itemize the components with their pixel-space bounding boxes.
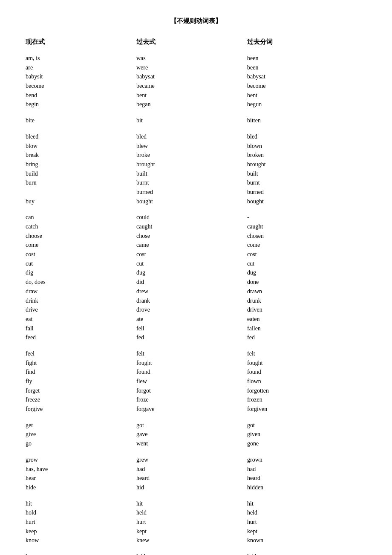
cell-participle: begun [247, 100, 358, 109]
table-row: bendbentbent [26, 91, 366, 100]
cell-present: are [26, 63, 136, 72]
cell-past: hurt [136, 517, 247, 527]
cell-past: brought [136, 160, 247, 169]
table-row: buyboughtbought [26, 197, 366, 206]
cell-past: was [136, 54, 247, 63]
cell-participle: got [247, 421, 358, 430]
page-title: 【不规则动词表】 [26, 17, 366, 25]
cell-past: fell [136, 324, 247, 333]
cell-past: fought [136, 358, 247, 368]
cell-present: bend [26, 91, 136, 100]
cell-participle: drunk [247, 296, 358, 306]
cell-past: fed [136, 333, 247, 342]
cell-past: gave [136, 430, 247, 439]
cell-present: bite [26, 116, 136, 125]
cell-past: forgot [136, 386, 247, 396]
cell-present: burn [26, 178, 136, 188]
cell-participle: cost [247, 250, 358, 259]
cell-present: buy [26, 197, 136, 206]
cell-present: blow [26, 142, 136, 151]
verb-group: getgotgotgivegavegivengowentgone [26, 421, 366, 448]
cell-past: began [136, 100, 247, 109]
verb-group: cancould-catchcaughtcaughtchoosechosecho… [26, 213, 366, 342]
table-row: blowblewblown [26, 142, 366, 151]
cell-present: cost [26, 250, 136, 259]
cell-past: could [136, 213, 247, 222]
cell-present: freeze [26, 395, 136, 405]
table-row: breakbrokebroken [26, 150, 366, 160]
cell-past: babysat [136, 72, 247, 81]
table-row: drawdrewdrawn [26, 287, 366, 296]
header-participle: 过去分词 [247, 38, 358, 46]
table-row: bleedbledbled [26, 132, 366, 142]
cell-past: hit [136, 499, 247, 509]
verb-group: laylaidlaid [26, 552, 366, 555]
cell-past: hid [136, 483, 247, 492]
table-row: feedfedfed [26, 333, 366, 342]
cell-participle: driven [247, 305, 358, 315]
cell-past: became [136, 81, 247, 91]
table-row: forgiveforgaveforgiven [26, 405, 366, 414]
cell-participle: kept [247, 527, 358, 536]
cell-participle: given [247, 430, 358, 439]
verb-group: am, iswasbeenarewerebeenbabysitbabysatba… [26, 54, 366, 109]
table-row: drinkdrankdrunk [26, 296, 366, 306]
cell-past: bit [136, 116, 247, 125]
header-present: 现在式 [26, 38, 136, 46]
header-past: 过去式 [136, 38, 247, 46]
cell-past: laid [136, 552, 247, 555]
table-row: drivedrovedriven [26, 305, 366, 315]
cell-participle: burned [247, 188, 358, 197]
cell-present: know [26, 536, 136, 545]
cell-past: dug [136, 268, 247, 278]
table-row: burnburntburnt [26, 178, 366, 188]
table-row: do, doesdiddone [26, 278, 366, 287]
table-row: fightfoughtfought [26, 358, 366, 368]
cell-participle: broken [247, 150, 358, 160]
cell-past: chose [136, 231, 247, 241]
cell-participle: been [247, 63, 358, 72]
table-row: flyflewflown [26, 377, 366, 386]
cell-past: broke [136, 150, 247, 160]
cell-participle: built [247, 169, 358, 179]
cell-present: find [26, 367, 136, 377]
table-row: keepkeptkept [26, 527, 366, 536]
table-row: hearheardheard [26, 474, 366, 483]
cell-past: went [136, 439, 247, 448]
table-row: getgotgot [26, 421, 366, 430]
table-row: findfoundfound [26, 367, 366, 377]
cell-participle: - [247, 213, 358, 222]
cell-present: hold [26, 508, 136, 517]
table-row: holdheldheld [26, 508, 366, 517]
cell-participle: blown [247, 142, 358, 151]
cell-present: choose [26, 231, 136, 241]
cell-participle: grown [247, 455, 358, 465]
cell-past: cut [136, 259, 247, 269]
cell-participle: bled [247, 132, 358, 142]
cell-present: build [26, 169, 136, 179]
table-row: feelfeltfelt [26, 349, 366, 358]
cell-participle: done [247, 278, 358, 287]
table-row: eatateeaten [26, 315, 366, 324]
cell-participle: been [247, 54, 358, 63]
cell-past: ate [136, 315, 247, 324]
table-row: burnedburned [26, 188, 366, 197]
cell-past: drank [136, 296, 247, 306]
table-row: fallfellfallen [26, 324, 366, 333]
cell-present: dig [26, 268, 136, 278]
cell-participle: fed [247, 333, 358, 342]
cell-participle: gone [247, 439, 358, 448]
cell-past: burned [136, 188, 247, 197]
cell-participle: burnt [247, 178, 358, 188]
cell-past: knew [136, 536, 247, 545]
cell-past: forgave [136, 405, 247, 414]
table-row: costcostcost [26, 250, 366, 259]
cell-present: bleed [26, 132, 136, 142]
cell-present: begin [26, 100, 136, 109]
cell-past: had [136, 465, 247, 474]
cell-participle: flown [247, 377, 358, 386]
cell-participle: had [247, 465, 358, 474]
cell-present: give [26, 430, 136, 439]
cell-past: heard [136, 474, 247, 483]
table-row: givegavegiven [26, 430, 366, 439]
